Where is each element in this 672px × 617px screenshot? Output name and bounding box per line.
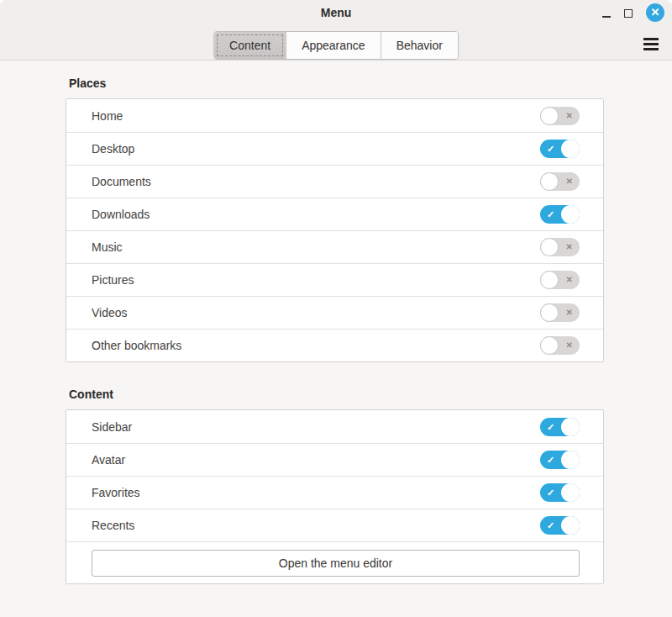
settings-row: Pictures✕ xyxy=(66,263,603,296)
x-icon: ✕ xyxy=(566,276,573,284)
toggle-knob xyxy=(561,516,580,535)
x-icon: ✕ xyxy=(566,243,573,251)
settings-row: Documents✕ xyxy=(66,165,603,198)
row-label: Videos xyxy=(92,306,128,319)
window-header: Menu ✕ Content Appearance Behavior xyxy=(0,0,672,61)
toggle-switch[interactable]: ✕ xyxy=(540,303,580,322)
toggle-knob xyxy=(561,140,580,158)
settings-row: Recents✓ xyxy=(66,509,603,541)
settings-row: Other bookmarks✕ xyxy=(66,329,603,361)
settings-row: Desktop✓ xyxy=(66,132,603,165)
tab-group: Content Appearance Behavior xyxy=(213,31,459,60)
tab-behavior[interactable]: Behavior xyxy=(381,32,458,59)
window-title: Menu xyxy=(0,6,672,19)
maximize-icon xyxy=(624,9,633,18)
check-icon: ✓ xyxy=(547,521,554,530)
toggle-knob xyxy=(561,483,580,502)
toggle-switch[interactable]: ✓ xyxy=(540,483,580,502)
row-label: Favorites xyxy=(92,486,140,499)
toggle-knob xyxy=(540,107,559,125)
row-label: Recents xyxy=(92,519,134,532)
settings-row: Favorites✓ xyxy=(66,476,603,509)
toggle-knob xyxy=(540,238,559,256)
toggle-switch[interactable]: ✓ xyxy=(540,418,580,436)
x-icon: ✕ xyxy=(566,341,573,350)
row-label: Desktop xyxy=(92,142,134,156)
toggle-knob xyxy=(540,336,559,355)
window-controls: ✕ xyxy=(602,0,664,25)
row-label: Music xyxy=(92,240,123,254)
section-heading: Places xyxy=(69,76,604,90)
settings-row: Avatar✓ xyxy=(66,443,603,476)
toggle-knob xyxy=(540,172,559,191)
check-icon: ✓ xyxy=(547,422,554,431)
check-icon: ✓ xyxy=(547,488,554,498)
maximize-button[interactable] xyxy=(624,8,633,18)
close-button[interactable]: ✕ xyxy=(646,3,664,22)
toggle-switch[interactable]: ✓ xyxy=(540,140,580,158)
settings-window: Menu ✕ Content Appearance Behavior Place… xyxy=(0,0,672,617)
toggle-switch[interactable]: ✕ xyxy=(540,172,580,191)
toggle-switch[interactable]: ✓ xyxy=(540,205,580,224)
toggle-knob xyxy=(540,271,559,289)
x-icon: ✕ xyxy=(566,112,573,120)
check-icon: ✓ xyxy=(547,210,554,219)
row-label: Documents xyxy=(92,175,151,188)
settings-row: Videos✕ xyxy=(66,296,603,329)
check-icon: ✓ xyxy=(547,145,554,154)
x-icon: ✕ xyxy=(566,177,573,186)
minimize-button[interactable] xyxy=(602,8,611,18)
row-label: Pictures xyxy=(92,273,134,287)
tab-content[interactable]: Content xyxy=(214,32,286,59)
toggle-switch[interactable]: ✓ xyxy=(540,516,580,535)
toggle-knob xyxy=(540,303,559,322)
toggle-switch[interactable]: ✕ xyxy=(540,107,580,125)
row-label: Avatar xyxy=(92,453,125,467)
settings-row: Downloads✓ xyxy=(66,198,603,230)
toggle-knob xyxy=(561,205,580,224)
section-heading: Content xyxy=(69,388,604,401)
open-menu-editor-button[interactable]: Open the menu editor xyxy=(92,550,580,577)
toggle-switch[interactable]: ✕ xyxy=(540,238,580,256)
row-label: Sidebar xyxy=(92,420,132,434)
tab-appearance[interactable]: Appearance xyxy=(286,32,381,59)
close-icon: ✕ xyxy=(651,3,660,22)
toggle-switch[interactable]: ✕ xyxy=(540,336,580,355)
row-label: Other bookmarks xyxy=(92,339,181,352)
toggle-switch[interactable]: ✕ xyxy=(540,271,580,289)
section-places: Places Home✕Desktop✓Documents✕Downloads✓… xyxy=(66,76,604,362)
content-list: Sidebar✓Avatar✓Favorites✓Recents✓Open th… xyxy=(66,409,604,584)
settings-row: Home✕ xyxy=(66,99,603,132)
toggle-knob xyxy=(561,451,580,469)
settings-row: Music✕ xyxy=(66,230,603,263)
minimize-icon xyxy=(602,16,611,18)
titlebar[interactable]: Menu ✕ xyxy=(0,0,672,25)
button-row: Open the menu editor xyxy=(66,541,603,583)
section-content: Content Sidebar✓Avatar✓Favorites✓Recents… xyxy=(66,388,604,584)
check-icon: ✓ xyxy=(547,456,554,465)
main-content: Places Home✕Desktop✓Documents✕Downloads✓… xyxy=(0,61,672,584)
toggle-switch[interactable]: ✓ xyxy=(540,451,580,469)
places-list: Home✕Desktop✓Documents✕Downloads✓Music✕P… xyxy=(66,98,604,362)
row-label: Home xyxy=(92,109,123,123)
x-icon: ✕ xyxy=(566,308,573,317)
toggle-knob xyxy=(561,418,580,436)
settings-row: Sidebar✓ xyxy=(66,410,603,443)
hamburger-menu-icon[interactable] xyxy=(643,38,659,50)
row-label: Downloads xyxy=(92,208,150,221)
